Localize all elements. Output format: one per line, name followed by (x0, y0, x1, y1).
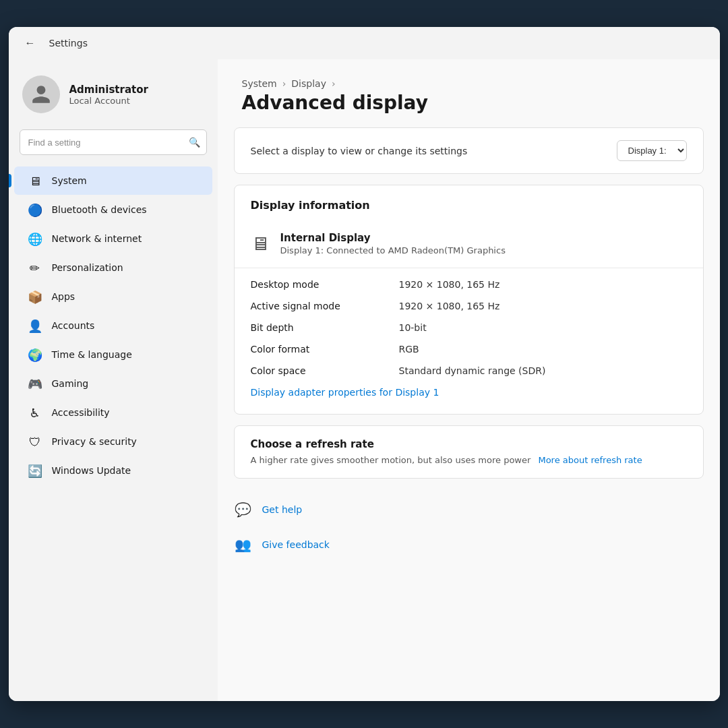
help-section: 💬 Get help 👥 Give feedback (218, 489, 720, 565)
back-button[interactable]: ← (20, 32, 41, 54)
user-profile: Administrator Local Account (9, 65, 218, 129)
user-avatar-icon (30, 84, 52, 105)
search-box: 🔍 (20, 129, 207, 155)
prop-label-color-space: Color space (251, 365, 399, 376)
main-content: System › Display › Advanced display Sele… (218, 59, 720, 701)
sidebar: Administrator Local Account 🔍 🖥 System 🔵… (9, 59, 218, 701)
title-bar-text: Settings (49, 38, 88, 49)
adapter-properties-link[interactable]: Display adapter properties for Display 1 (251, 382, 687, 403)
display-name: Internal Display (280, 232, 506, 244)
sidebar-item-personalization[interactable]: ✏️ Personalization (14, 253, 212, 282)
privacy-icon: 🛡 (28, 434, 42, 449)
give-feedback-icon: 👥 (234, 535, 253, 554)
prop-label-color-format: Color format (251, 344, 399, 355)
breadcrumb-system[interactable]: System (242, 78, 277, 89)
accessibility-icon: ♿ (28, 405, 42, 420)
sidebar-label-privacy: Privacy & security (52, 436, 137, 447)
page-header: System › Display › Advanced display (218, 59, 720, 127)
prop-row-bit-depth: Bit depth 10-bit (251, 317, 687, 338)
user-name: Administrator (69, 84, 148, 96)
display-dropdown[interactable]: Display 1: (617, 140, 687, 161)
network-icon: 🌐 (28, 231, 42, 246)
prop-label-signal-mode: Active signal mode (251, 301, 399, 311)
prop-row-desktop-mode: Desktop mode 1920 × 1080, 165 Hz (251, 274, 687, 295)
refresh-rate-card: Choose a refresh rate A higher rate give… (234, 425, 704, 479)
time-icon: 🌍 (28, 347, 42, 362)
refresh-rate-title: Choose a refresh rate (251, 438, 687, 450)
sidebar-item-accessibility[interactable]: ♿ Accessibility (14, 398, 212, 427)
prop-label-bit-depth: Bit depth (251, 322, 399, 333)
sidebar-item-update[interactable]: 🔄 Windows Update (14, 456, 212, 485)
prop-value-color-space: Standard dynamic range (SDR) (399, 365, 546, 376)
breadcrumb-display[interactable]: Display (291, 78, 326, 89)
user-info: Administrator Local Account (69, 84, 148, 106)
get-help-link[interactable]: Get help (262, 504, 303, 515)
sidebar-label-update: Windows Update (52, 465, 131, 476)
sidebar-label-accounts: Accounts (52, 320, 95, 331)
prop-row-signal-mode: Active signal mode 1920 × 1080, 165 Hz (251, 295, 687, 317)
sidebar-label-apps: Apps (52, 291, 75, 302)
sidebar-label-gaming: Gaming (52, 378, 89, 389)
apps-icon: 📦 (28, 289, 42, 304)
system-icon: 🖥 (28, 173, 42, 188)
avatar (22, 75, 60, 113)
sidebar-item-accounts[interactable]: 👤 Accounts (14, 311, 212, 340)
prop-row-color-space: Color space Standard dynamic range (SDR) (251, 360, 687, 382)
user-role: Local Account (69, 96, 148, 106)
sidebar-item-gaming[interactable]: 🎮 Gaming (14, 369, 212, 398)
get-help-icon: 💬 (234, 500, 253, 519)
prop-label-desktop-mode: Desktop mode (251, 279, 399, 290)
sidebar-label-time: Time & language (52, 349, 132, 360)
give-feedback-link[interactable]: Give feedback (262, 539, 330, 550)
settings-window: ← Settings Administrator Local Account (9, 27, 720, 701)
accounts-icon: 👤 (28, 318, 42, 333)
prop-value-color-format: RGB (399, 344, 419, 355)
display-subtitle: Display 1: Connected to AMD Radeon(TM) G… (280, 245, 506, 255)
sidebar-label-bluetooth: Bluetooth & devices (52, 204, 147, 215)
display-select-card: Select a display to view or change its s… (234, 127, 704, 174)
breadcrumb-sep-1: › (282, 78, 286, 89)
content-area: Administrator Local Account 🔍 🖥 System 🔵… (9, 59, 720, 701)
sidebar-item-bluetooth[interactable]: 🔵 Bluetooth & devices (14, 195, 212, 224)
display-info-card: Display information 🖥 Internal Display D… (234, 185, 704, 415)
prop-value-signal-mode: 1920 × 1080, 165 Hz (399, 301, 500, 311)
display-info-title: Display information (235, 185, 703, 220)
display-props: Desktop mode 1920 × 1080, 165 Hz Active … (235, 268, 703, 414)
give-feedback-item[interactable]: 👥 Give feedback (234, 530, 704, 559)
sidebar-label-system: System (52, 175, 87, 186)
sidebar-label-personalization: Personalization (52, 262, 123, 273)
display-header-text: Internal Display Display 1: Connected to… (280, 232, 506, 255)
personalization-icon: ✏️ (28, 260, 42, 275)
refresh-rate-link[interactable]: More about refresh rate (538, 455, 642, 465)
prop-value-bit-depth: 10-bit (399, 322, 427, 333)
sidebar-nav: 🖥 System 🔵 Bluetooth & devices 🌐 Network… (9, 166, 218, 485)
breadcrumb: System › Display › (242, 78, 696, 89)
display-select-label: Select a display to view or change its s… (251, 146, 468, 156)
breadcrumb-sep-2: › (332, 78, 336, 89)
bluetooth-icon: 🔵 (28, 202, 42, 217)
sidebar-item-time[interactable]: 🌍 Time & language (14, 340, 212, 369)
sidebar-item-apps[interactable]: 📦 Apps (14, 282, 212, 311)
get-help-item[interactable]: 💬 Get help (234, 495, 704, 524)
back-icon: ← (25, 37, 36, 49)
sidebar-item-privacy[interactable]: 🛡 Privacy & security (14, 427, 212, 456)
display-header: 🖥 Internal Display Display 1: Connected … (235, 220, 703, 268)
sidebar-label-network: Network & internet (52, 233, 142, 244)
search-input[interactable] (20, 129, 207, 155)
prop-value-desktop-mode: 1920 × 1080, 165 Hz (399, 279, 500, 290)
gaming-icon: 🎮 (28, 376, 42, 391)
sidebar-label-accessibility: Accessibility (52, 407, 110, 418)
update-icon: 🔄 (28, 463, 42, 478)
sidebar-item-system[interactable]: 🖥 System (14, 166, 212, 195)
title-bar: ← Settings (9, 27, 720, 59)
page-title: Advanced display (242, 92, 696, 114)
sidebar-item-network[interactable]: 🌐 Network & internet (14, 224, 212, 253)
display-select-row: Select a display to view or change its s… (235, 128, 703, 173)
refresh-rate-desc: A higher rate gives smoother motion, but… (251, 455, 531, 465)
monitor-icon: 🖥 (251, 233, 270, 255)
prop-row-color-format: Color format RGB (251, 338, 687, 360)
